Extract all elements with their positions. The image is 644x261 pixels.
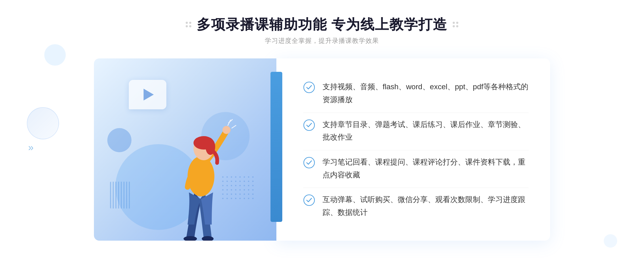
page-container: 多项录播课辅助功能 专为线上教学打造 学习进度全掌握，提升录播课教学效果 [0,0,644,261]
circle-small-blue [107,128,131,152]
svg-point-10 [304,195,314,206]
svg-point-4 [184,236,197,241]
human-figure [159,101,245,241]
page-subtitle: 学习进度全掌握，提升录播课教学效果 [186,36,458,45]
left-dots-icon [186,22,191,27]
svg-point-7 [304,82,314,93]
feature-item-1: 支持视频、音频、flash、word、excel、ppt、pdf等各种格式的资源… [303,75,529,111]
feature-text-4: 互动弹幕、试听购买、微信分享、观看次数限制、学习进度跟踪、数据统计 [323,193,529,219]
svg-point-8 [304,120,314,130]
semi-circle-decoration [27,107,59,139]
content-section: 支持视频、音频、flash、word、excel、ppt、pdf等各种格式的资源… [94,58,550,241]
check-icon-2 [303,119,315,131]
check-icon-1 [303,81,315,93]
feature-item-3: 学习笔记回看、课程提问、课程评论打分、课件资料下载，重点内容收藏 [303,150,529,187]
check-icon-3 [303,157,315,169]
title-row: 多项录播课辅助功能 专为线上教学打造 [186,16,458,33]
illustration-panel [94,58,276,241]
feature-text-1: 支持视频、音频、flash、word、excel、ppt、pdf等各种格式的资源… [323,80,529,106]
svg-point-6 [222,126,230,134]
check-icon-4 [303,194,315,206]
features-panel: 支持视频、音频、flash、word、excel、ppt、pdf等各种格式的资源… [276,58,550,241]
page-title: 多项录播课辅助功能 专为线上教学打造 [197,16,447,33]
stripe-decoration [110,182,131,208]
play-icon [144,89,154,100]
deco-circle-topleft [44,44,66,66]
header-section: 多项录播课辅助功能 专为线上教学打造 学习进度全掌握，提升录播课教学效果 [186,16,458,45]
left-arrow-decoration: » [28,142,34,153]
svg-point-9 [304,157,314,168]
feature-item-2: 支持章节目录、弹题考试、课后练习、课后作业、章节测验、批改作业 [303,113,529,149]
feature-text-3: 学习笔记回看、课程提问、课程评论打分、课件资料下载，重点内容收藏 [323,156,529,181]
feature-item-4: 互动弹幕、试听购买、微信分享、观看次数限制、学习进度跟踪、数据统计 [303,188,529,224]
deco-circle-bottomright [604,234,617,248]
blue-stripe [270,72,282,222]
feature-text-2: 支持章节目录、弹题考试、课后练习、课后作业、章节测验、批改作业 [323,118,529,144]
right-dots-icon [453,22,458,27]
